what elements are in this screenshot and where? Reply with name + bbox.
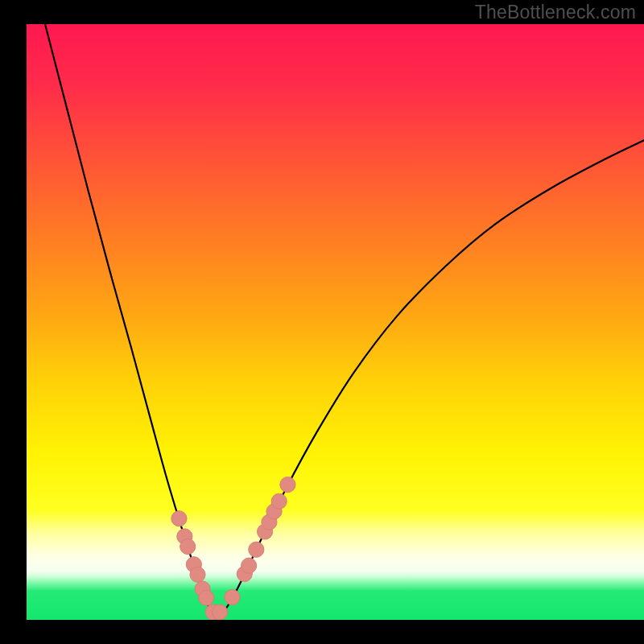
- data-marker: [249, 542, 264, 557]
- data-marker: [190, 567, 205, 582]
- data-marker: [212, 605, 227, 620]
- data-marker: [180, 539, 196, 554]
- data-marker: [199, 590, 214, 605]
- data-marker: [225, 589, 240, 605]
- outer-frame: TheBottleneck.com: [0, 0, 644, 644]
- watermark-text: TheBottleneck.com: [475, 2, 636, 23]
- data-marker: [271, 493, 287, 509]
- bottleneck-curve: [45, 24, 644, 617]
- plot-area: [27, 24, 644, 620]
- data-marker: [280, 477, 295, 492]
- data-marker: [242, 558, 257, 573]
- chart-svg: [27, 24, 644, 620]
- data-marker: [171, 511, 187, 526]
